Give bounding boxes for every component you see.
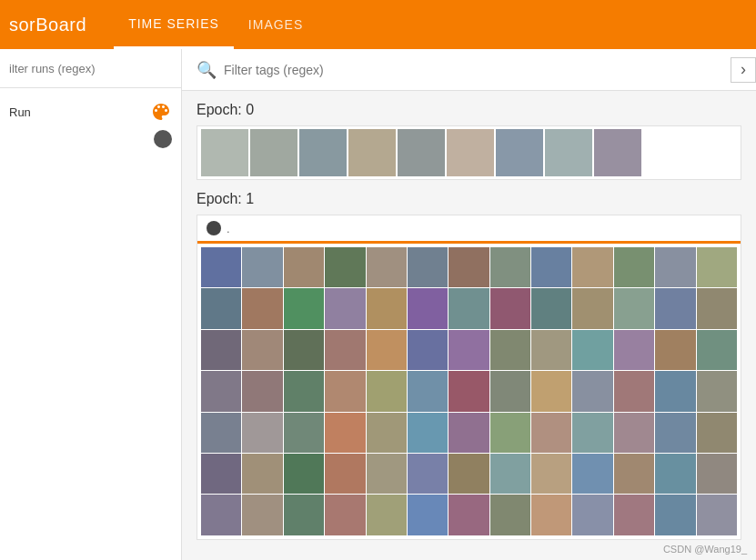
palette-icon[interactable] <box>150 101 172 123</box>
sidebar-filter-bar <box>0 49 181 88</box>
grid-img <box>284 247 324 287</box>
epoch-1-label: Epoch: 1 <box>197 191 741 207</box>
header: sorBoard TIME SERIES IMAGES <box>0 0 756 49</box>
epoch-dot-label: . <box>227 222 230 235</box>
grid-img <box>449 495 489 535</box>
epoch-1-panel-body <box>197 244 741 539</box>
grid-img <box>408 454 448 494</box>
search-icon: 🔍 <box>197 60 217 80</box>
grid-img <box>242 247 282 287</box>
grid-img <box>284 288 324 328</box>
grid-img <box>284 330 324 370</box>
grid-img <box>242 454 282 494</box>
grid-img <box>325 247 365 287</box>
grid-img <box>531 330 571 370</box>
grid-img <box>325 371 365 411</box>
grid-img <box>572 371 612 411</box>
grid-img <box>572 288 612 328</box>
grid-img <box>614 413 654 453</box>
grid-img <box>490 330 530 370</box>
grid-img <box>490 495 530 535</box>
strip-img <box>496 129 543 176</box>
grid-img <box>242 413 282 453</box>
main-content: 🔍 › Epoch: 0 Epoch: 1 <box>182 49 756 560</box>
grid-img <box>490 288 530 328</box>
grid-img <box>367 288 407 328</box>
strip-img <box>545 129 592 176</box>
grid-img <box>325 288 365 328</box>
epoch-1-section: Epoch: 1 . <box>182 180 756 558</box>
grid-img <box>655 495 695 535</box>
grid-img <box>614 247 654 287</box>
grid-img <box>490 371 530 411</box>
grid-img <box>490 247 530 287</box>
grid-img <box>201 371 241 411</box>
grid-img <box>242 288 282 328</box>
grid-img <box>697 454 737 494</box>
sidebar-run-section: Run <box>0 88 181 161</box>
grid-img <box>201 413 241 453</box>
grid-img <box>655 454 695 494</box>
grid-img <box>655 330 695 370</box>
grid-img <box>572 247 612 287</box>
epoch-0-section: Epoch: 0 <box>182 91 756 180</box>
filter-runs-input[interactable] <box>9 62 172 75</box>
grid-img <box>572 495 612 535</box>
grid-img <box>614 454 654 494</box>
grid-img <box>614 371 654 411</box>
grid-img <box>614 288 654 328</box>
epoch-1-panel-header: . <box>197 215 741 244</box>
run-label: Run <box>9 105 31 119</box>
grid-img <box>325 330 365 370</box>
grid-img <box>201 330 241 370</box>
grid-img <box>367 495 407 535</box>
grid-img <box>614 330 654 370</box>
strip-img <box>299 129 347 176</box>
grid-img <box>531 371 571 411</box>
grid-img <box>367 330 407 370</box>
grid-img <box>325 454 365 494</box>
epoch-0-image-strip <box>197 125 741 180</box>
grid-img <box>408 330 448 370</box>
layout: Run 🔍 › Epoch: 0 <box>0 49 756 560</box>
grid-img <box>408 413 448 453</box>
grid-img <box>572 330 612 370</box>
strip-img <box>398 129 445 176</box>
grid-img <box>572 454 612 494</box>
strip-img <box>594 129 641 176</box>
grid-img <box>449 371 489 411</box>
grid-img <box>531 288 571 328</box>
grid-img <box>490 454 530 494</box>
epoch-dot <box>207 221 221 235</box>
filter-tags-input[interactable] <box>224 63 741 77</box>
grid-img <box>531 495 571 535</box>
filter-tags-bar: 🔍 › <box>182 49 756 91</box>
epoch-1-panel: . <box>197 215 741 540</box>
grid-img <box>408 495 448 535</box>
grid-img <box>697 288 737 328</box>
grid-img <box>449 413 489 453</box>
grid-img <box>697 413 737 453</box>
grid-img <box>490 413 530 453</box>
grid-img <box>367 413 407 453</box>
grid-img <box>531 247 571 287</box>
run-toggle[interactable] <box>154 130 172 148</box>
grid-img <box>325 413 365 453</box>
nav-time-series[interactable]: TIME SERIES <box>114 0 234 49</box>
strip-img <box>348 129 396 176</box>
sidebar: Run <box>0 49 182 560</box>
grid-img <box>408 288 448 328</box>
grid-img <box>284 371 324 411</box>
grid-img <box>697 495 737 535</box>
scroll-right-button[interactable]: › <box>731 57 756 83</box>
grid-img <box>242 330 282 370</box>
grid-img <box>242 495 282 535</box>
run-toggle-row <box>9 126 172 152</box>
grid-img <box>449 330 489 370</box>
brand-logo: sorBoard <box>9 15 86 35</box>
strip-img <box>201 129 248 176</box>
grid-img <box>572 413 612 453</box>
grid-img <box>655 247 695 287</box>
grid-img <box>697 247 737 287</box>
nav-images[interactable]: IMAGES <box>234 0 318 49</box>
